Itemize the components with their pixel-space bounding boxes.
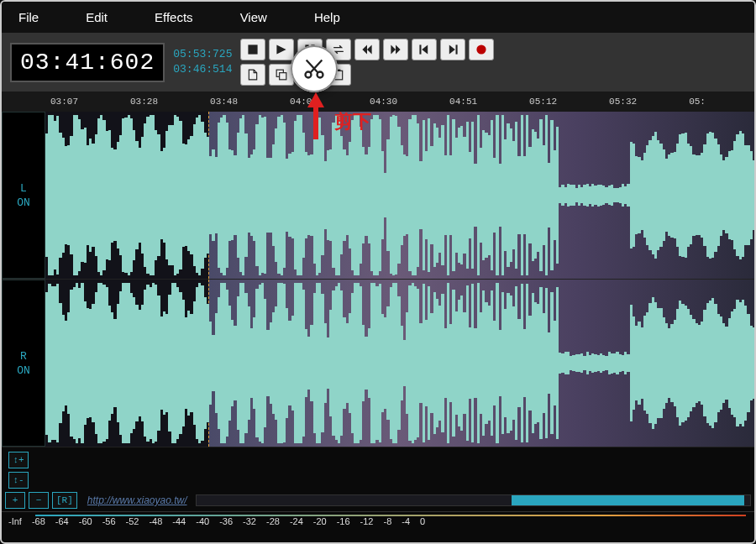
svg-marker-6 xyxy=(391,44,396,54)
svg-marker-21 xyxy=(307,92,324,107)
watermark-url: http://www.xiaoyao.tw/ xyxy=(87,494,187,506)
menu-file[interactable]: File xyxy=(12,7,45,28)
svg-marker-1 xyxy=(277,44,286,54)
zoom-out-button[interactable]: − xyxy=(29,492,49,509)
time-counter: 03:41:602 xyxy=(10,43,165,82)
channel-state: ON xyxy=(17,196,30,209)
annotation-arrow xyxy=(306,92,326,143)
channel-name: R xyxy=(20,350,27,363)
track-right: R ON xyxy=(2,280,754,447)
svg-marker-4 xyxy=(363,44,368,54)
vzoom-out-button[interactable]: ↕- xyxy=(8,472,29,489)
zoom-in-button[interactable]: + xyxy=(5,492,25,509)
svg-rect-8 xyxy=(420,44,422,54)
play-button[interactable] xyxy=(269,39,294,60)
track-left-label[interactable]: L ON xyxy=(2,112,45,279)
record-button[interactable] xyxy=(469,39,494,60)
time-sel-end: 03:46:514 xyxy=(173,62,232,77)
svg-rect-0 xyxy=(249,44,258,54)
channel-name: L xyxy=(20,182,27,195)
svg-marker-7 xyxy=(396,44,401,54)
svg-marker-5 xyxy=(367,44,372,54)
stop-button[interactable] xyxy=(240,39,265,60)
svg-marker-10 xyxy=(449,44,455,54)
tracks-area: L ON R ON xyxy=(2,112,754,447)
track-right-label[interactable]: R ON xyxy=(2,280,45,447)
menu-effects[interactable]: Effects xyxy=(148,7,200,28)
skip-start-button[interactable] xyxy=(412,39,437,60)
svg-rect-14 xyxy=(280,73,286,80)
menu-help[interactable]: Help xyxy=(307,7,347,28)
horizontal-scrollbar[interactable] xyxy=(196,494,751,506)
channel-state: ON xyxy=(17,364,30,377)
scrollbar-thumb[interactable] xyxy=(512,495,744,505)
cut-button-callout xyxy=(291,45,338,92)
waveform-right[interactable] xyxy=(45,280,754,447)
menu-view[interactable]: View xyxy=(234,7,274,28)
svg-marker-9 xyxy=(423,44,428,54)
menu-edit[interactable]: Edit xyxy=(79,7,114,28)
new-file-button[interactable] xyxy=(240,64,265,86)
track-left: L ON xyxy=(2,112,754,280)
time-ruler[interactable]: 03:07 03:28 03:48 04:09 04:30 04:51 05:1… xyxy=(2,92,754,112)
toolbar: 03:41:602 05:53:725 03:46:514 xyxy=(2,33,754,92)
waveform-left[interactable] xyxy=(45,112,754,279)
db-meter-scale: -Inf -68 -64 -60 -56 -52 -48 -44 -40 -36… xyxy=(2,511,754,530)
svg-rect-11 xyxy=(456,44,458,54)
skip-end-button[interactable] xyxy=(440,39,465,60)
menu-bar: File Edit Effects View Help xyxy=(2,2,754,33)
time-selection: 05:53:725 03:46:514 xyxy=(173,47,232,77)
forward-button[interactable] xyxy=(383,39,408,60)
vzoom-in-button[interactable]: ↕+ xyxy=(8,452,29,468)
svg-point-12 xyxy=(477,44,486,54)
annotation-label: 剪下 xyxy=(334,109,371,134)
time-sel-start: 05:53:725 xyxy=(173,47,232,62)
rewind-button[interactable] xyxy=(354,39,380,60)
zoom-reset-button[interactable]: [R] xyxy=(52,492,77,509)
scissors-icon xyxy=(302,57,326,81)
